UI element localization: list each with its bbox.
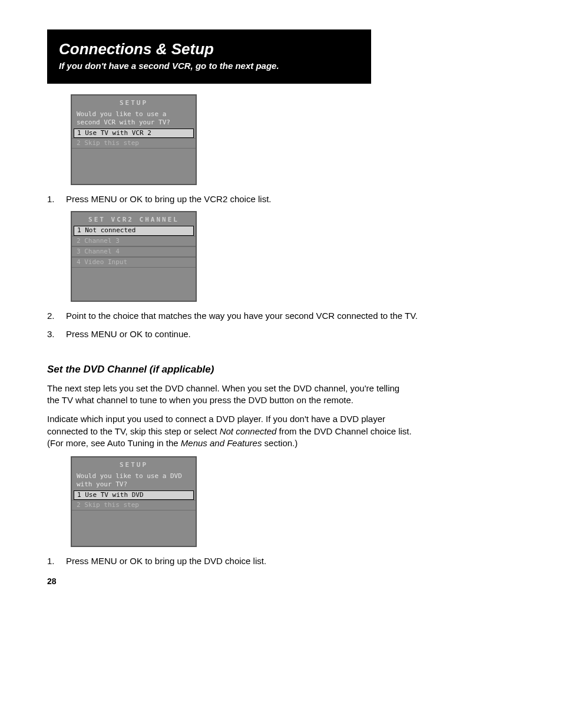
menu-option: 4 Video Input bbox=[72, 257, 196, 268]
body-paragraph: The next step lets you set the DVD chann… bbox=[47, 383, 412, 407]
italic-text: Not connected bbox=[220, 426, 277, 436]
setup-screen-vcr2-prompt: SETUP Would you like to use a second VCR… bbox=[71, 94, 197, 185]
step-number: 1. bbox=[47, 193, 66, 205]
step-text: Point to the choice that matches the way… bbox=[66, 310, 515, 322]
setup-screen-vcr2-channel: SET VCR2 CHANNEL 1 Not connected 2 Chann… bbox=[71, 211, 197, 302]
page-title: Connections & Setup bbox=[59, 40, 359, 58]
text: section.) bbox=[262, 438, 297, 448]
page-subtitle: If you don't have a second VCR, go to th… bbox=[59, 61, 359, 71]
step-text: Press MENU or OK to continue. bbox=[66, 328, 515, 340]
screen-prompt: Would you like to use a DVD with your TV… bbox=[72, 471, 196, 490]
screen-title: SETUP bbox=[72, 457, 196, 471]
manual-page: Connections & Setup If you don't have a … bbox=[0, 0, 562, 597]
instruction-list: 2. Point to the choice that matches the … bbox=[47, 310, 515, 340]
instruction-list: 1. Press MENU or OK to bring up the VCR2… bbox=[47, 193, 515, 205]
menu-option: 2 Channel 3 bbox=[72, 236, 196, 246]
step-text: Press MENU or OK to bring up the VCR2 ch… bbox=[66, 193, 515, 205]
step-number: 1. bbox=[47, 555, 66, 567]
screen-title: SET VCR2 CHANNEL bbox=[72, 212, 196, 226]
instruction-step: 1. Press MENU or OK to bring up the VCR2… bbox=[47, 193, 515, 205]
instruction-list: 1. Press MENU or OK to bring up the DVD … bbox=[47, 555, 515, 567]
step-number: 3. bbox=[47, 328, 66, 340]
menu-option: 2 Skip this step bbox=[72, 138, 196, 149]
screen-prompt: Would you like to use a second VCR with … bbox=[72, 109, 196, 129]
menu-option-selected: 1 Not connected bbox=[74, 226, 194, 235]
page-number: 28 bbox=[47, 577, 57, 586]
screen-title: SETUP bbox=[72, 95, 196, 109]
menu-option-selected: 1 Use TV with DVD bbox=[74, 490, 194, 500]
menu-option-selected: 1 Use TV with VCR 2 bbox=[74, 129, 194, 138]
instruction-step: 2. Point to the choice that matches the … bbox=[47, 310, 515, 322]
setup-screen-dvd-prompt: SETUP Would you like to use a DVD with y… bbox=[71, 456, 197, 547]
menu-option: 3 Channel 4 bbox=[72, 246, 196, 257]
header-bar: Connections & Setup If you don't have a … bbox=[47, 29, 371, 84]
italic-text: Menus and Features bbox=[181, 438, 262, 448]
menu-option: 2 Skip this step bbox=[72, 500, 196, 510]
step-text: Press MENU or OK to bring up the DVD cho… bbox=[66, 555, 515, 567]
instruction-step: 3. Press MENU or OK to continue. bbox=[47, 328, 515, 340]
section-heading: Set the DVD Channel (if applicable) bbox=[47, 364, 515, 375]
step-number: 2. bbox=[47, 310, 66, 322]
instruction-step: 1. Press MENU or OK to bring up the DVD … bbox=[47, 555, 515, 567]
body-paragraph: Indicate which input you used to connect… bbox=[47, 413, 412, 449]
